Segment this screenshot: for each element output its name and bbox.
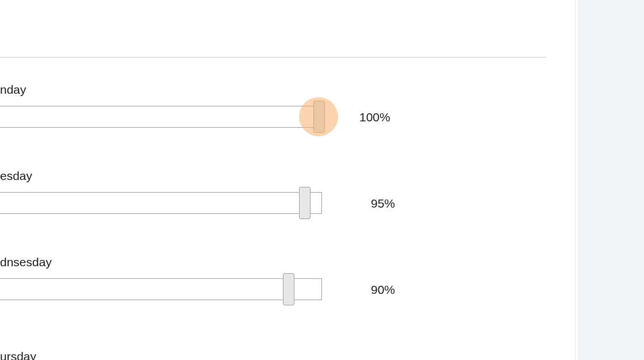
slider-value: 90%	[371, 283, 395, 297]
slider-value: 95%	[371, 197, 395, 210]
slider-thumb[interactable]	[313, 101, 325, 133]
slider-track[interactable]	[0, 192, 322, 214]
right-side-panel	[578, 0, 644, 360]
slider-value: 100%	[359, 110, 390, 124]
slider-track[interactable]	[0, 278, 322, 300]
slider-track[interactable]	[0, 106, 322, 128]
slider-label: dnsesday	[0, 255, 52, 269]
content-right-border	[575, 0, 576, 360]
slider-thumb[interactable]	[283, 273, 294, 305]
slider-label: esday	[0, 169, 32, 183]
slider-label: nday	[0, 83, 26, 97]
slider-label: ursday	[0, 350, 36, 360]
slider-thumb[interactable]	[299, 187, 310, 219]
section-divider	[0, 57, 546, 58]
settings-content: nday 100% esday 95% dnsesday 90% ursday	[0, 0, 566, 360]
